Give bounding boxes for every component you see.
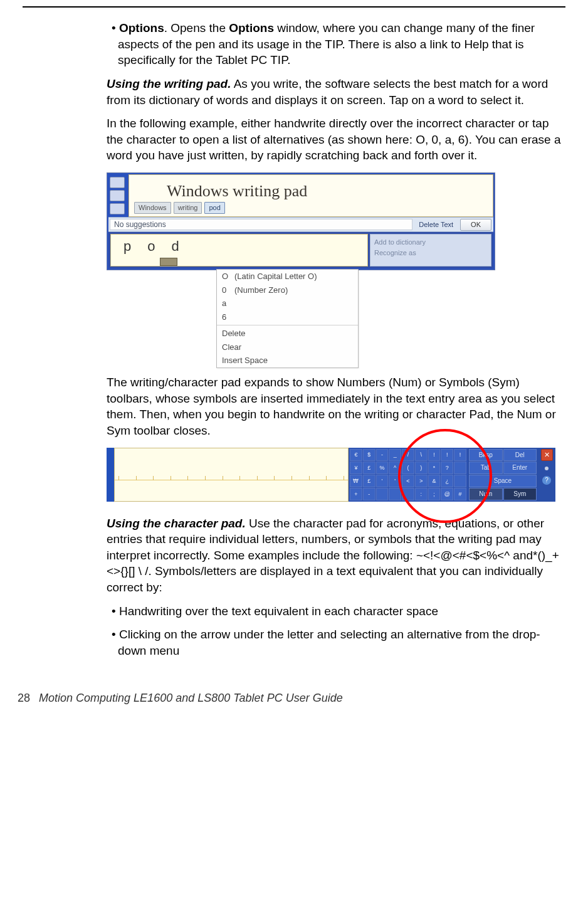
help-icon[interactable]: ? <box>542 476 551 485</box>
content-column: • Options. Opens the Options window, whe… <box>107 20 562 659</box>
sub-bullet-2: • Clicking on the arrow under the letter… <box>118 626 562 658</box>
enter-key[interactable]: Enter <box>503 462 537 474</box>
character-edit-area[interactable]: p o d <box>110 234 368 267</box>
add-to-dictionary[interactable]: Add to dictionary <box>374 237 487 248</box>
fig2-sidebar <box>107 448 114 502</box>
right-options-panel: Add to dictionary Recognize as <box>370 234 491 267</box>
char-pad-lead: Using the character pad. <box>107 517 246 530</box>
page-number: 28 <box>18 692 30 704</box>
tip-sidebar <box>108 174 129 217</box>
dropdown-action[interactable]: Delete <box>217 327 358 341</box>
char-dropdown-handle[interactable] <box>160 258 177 266</box>
writing-pad-lead: Using the writing pad. <box>107 77 231 90</box>
sym-key[interactable]: ¥ <box>350 462 362 474</box>
options-bold-1: Options <box>119 21 164 34</box>
example-para: In the following example, either handwri… <box>107 115 562 164</box>
writing-pad-para: Using the writing pad. As you write, the… <box>107 76 562 108</box>
ok-button[interactable]: OK <box>460 219 491 231</box>
sym-key[interactable]: $ <box>363 449 375 462</box>
sym-key[interactable]: £ <box>363 462 375 474</box>
fig2-writing-area[interactable] <box>114 448 349 502</box>
char[interactable]: p <box>123 237 131 256</box>
sym-key[interactable]: - <box>363 488 375 500</box>
figure-symbols-toolbar: € $ - _ / \ ! ! ! ¥ £ % ^ ( ) * ? <box>107 448 555 502</box>
bullet-dot: • <box>112 21 119 34</box>
sidebar-button[interactable] <box>110 190 125 201</box>
sym-key[interactable]: ₩ <box>350 475 362 487</box>
writing-area[interactable]: Windows writing pad Windows writing pod <box>129 174 493 217</box>
word-button[interactable]: Windows <box>134 202 171 214</box>
highlight-circle <box>398 429 492 523</box>
word-button-selected[interactable]: pod <box>204 202 224 214</box>
sym-key[interactable]: _ <box>389 449 401 462</box>
del-key[interactable]: Del <box>503 449 537 462</box>
sym-key[interactable]: + <box>350 488 362 500</box>
sym-key[interactable]: £ <box>363 475 375 487</box>
top-rule <box>23 6 565 8</box>
sym-key-toggle[interactable]: Sym <box>503 488 537 500</box>
alternatives-dropdown: O(Latin Capital Letter O) 0(Number Zero)… <box>216 269 359 368</box>
dropdown-item[interactable]: O(Latin Capital Letter O) <box>217 270 358 283</box>
close-icon[interactable]: ✕ <box>541 449 553 461</box>
dropdown-action[interactable]: Insert Space <box>217 354 358 367</box>
dropdown-item[interactable]: a <box>217 297 358 310</box>
delete-text-link[interactable]: Delete Text <box>414 220 458 230</box>
sym-key[interactable]: - <box>376 449 389 462</box>
recognize-as[interactable]: Recognize as <box>374 248 487 258</box>
sym-key[interactable]: % <box>376 462 389 474</box>
dropdown-action[interactable]: Clear <box>217 341 358 354</box>
sym-key[interactable]: ' <box>376 475 389 487</box>
sidebar-button[interactable] <box>110 203 125 214</box>
sym-key[interactable] <box>376 488 389 500</box>
options-bold-2: Options <box>229 21 274 34</box>
char-pad-para: Using the character pad. Use the charact… <box>107 515 562 596</box>
after-fig1-para: The writing/character pad expands to sho… <box>107 374 562 439</box>
options-text-1: . Opens the <box>164 21 229 34</box>
sym-key[interactable] <box>389 488 401 500</box>
char[interactable]: d <box>172 237 179 256</box>
page-footer: 28Motion Computing LE1600 and LS800 Tabl… <box>0 690 588 717</box>
figure-writing-pad: Windows writing pad Windows writing pod … <box>107 172 495 368</box>
sidebar-button[interactable] <box>110 177 125 188</box>
options-bullet: • Options. Opens the Options window, whe… <box>118 20 562 68</box>
dropdown-item[interactable]: 0(Number Zero) <box>217 283 358 297</box>
sym-key[interactable]: € <box>350 449 362 462</box>
sub-bullet-1: • Handwriting over the text equivalent i… <box>118 603 562 620</box>
handwriting-text: Windows writing pad <box>129 175 493 202</box>
word-button[interactable]: writing <box>174 202 202 214</box>
footer-title: Motion Computing LE1600 and LS800 Tablet… <box>39 692 343 704</box>
no-suggestions-label: No suggestions <box>110 219 412 230</box>
end-column: ✕ ? <box>538 448 555 502</box>
dot-icon <box>545 467 549 470</box>
dropdown-item[interactable]: 6 <box>217 310 358 324</box>
char[interactable]: o <box>147 237 155 256</box>
